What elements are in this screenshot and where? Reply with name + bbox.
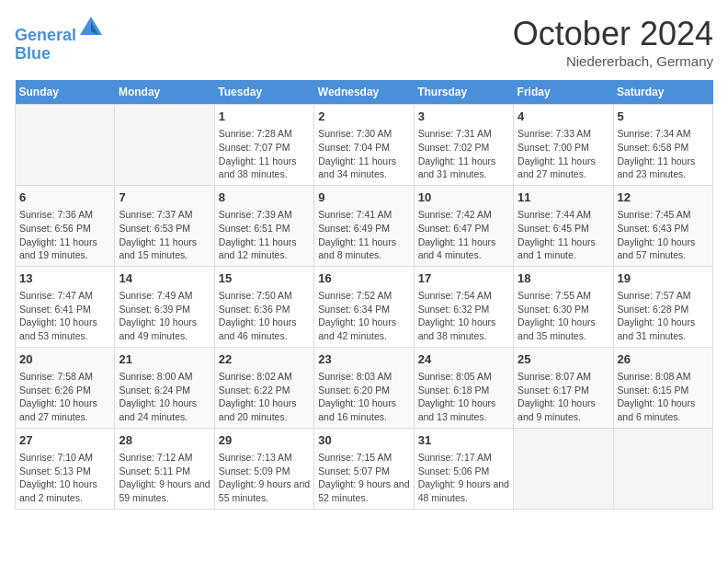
calendar-cell: 9Sunrise: 7:41 AM Sunset: 6:49 PM Daylig…: [314, 185, 414, 266]
day-info: Sunrise: 8:07 AM Sunset: 6:17 PM Dayligh…: [518, 370, 609, 424]
calendar-header: SundayMondayTuesdayWednesdayThursdayFrid…: [16, 80, 713, 105]
weekday-header: Monday: [115, 80, 214, 105]
calendar-week-row: 6Sunrise: 7:36 AM Sunset: 6:56 PM Daylig…: [16, 185, 713, 266]
logo-icon: [78, 15, 104, 40]
day-number: 22: [219, 351, 310, 368]
calendar-cell: 22Sunrise: 8:02 AM Sunset: 6:22 PM Dayli…: [214, 347, 313, 428]
day-info: Sunrise: 7:52 AM Sunset: 6:34 PM Dayligh…: [318, 289, 409, 343]
calendar-cell: [514, 428, 613, 509]
day-number: 26: [618, 351, 709, 368]
calendar-cell: 26Sunrise: 8:08 AM Sunset: 6:15 PM Dayli…: [613, 347, 712, 428]
page-header: General Blue October 2024 Niedererbach, …: [15, 15, 713, 69]
calendar-cell: 27Sunrise: 7:10 AM Sunset: 5:13 PM Dayli…: [16, 428, 115, 509]
day-info: Sunrise: 7:47 AM Sunset: 6:41 PM Dayligh…: [19, 289, 110, 343]
day-info: Sunrise: 7:15 AM Sunset: 5:07 PM Dayligh…: [318, 451, 409, 505]
calendar-cell: 25Sunrise: 8:07 AM Sunset: 6:17 PM Dayli…: [514, 347, 613, 428]
calendar-cell: 4Sunrise: 7:33 AM Sunset: 7:00 PM Daylig…: [514, 105, 613, 186]
day-info: Sunrise: 7:12 AM Sunset: 5:11 PM Dayligh…: [119, 451, 210, 505]
day-number: 6: [19, 190, 110, 206]
calendar-week-row: 20Sunrise: 7:58 AM Sunset: 6:26 PM Dayli…: [16, 347, 713, 428]
day-number: 31: [418, 432, 509, 449]
day-info: Sunrise: 8:08 AM Sunset: 6:15 PM Dayligh…: [618, 370, 709, 424]
month-title: October 2024: [513, 15, 713, 53]
calendar-cell: 2Sunrise: 7:30 AM Sunset: 7:04 PM Daylig…: [314, 105, 414, 186]
weekday-header: Tuesday: [214, 80, 313, 105]
calendar-cell: 31Sunrise: 7:17 AM Sunset: 5:06 PM Dayli…: [414, 428, 513, 509]
day-number: 29: [219, 432, 310, 449]
calendar-week-row: 13Sunrise: 7:47 AM Sunset: 6:41 PM Dayli…: [16, 266, 713, 347]
calendar-cell: 12Sunrise: 7:45 AM Sunset: 6:43 PM Dayli…: [613, 185, 712, 266]
weekday-header: Thursday: [414, 80, 513, 105]
day-info: Sunrise: 7:54 AM Sunset: 6:32 PM Dayligh…: [418, 289, 509, 343]
day-info: Sunrise: 7:31 AM Sunset: 7:02 PM Dayligh…: [418, 127, 509, 181]
day-number: 19: [618, 270, 709, 287]
calendar-cell: 11Sunrise: 7:44 AM Sunset: 6:45 PM Dayli…: [514, 185, 613, 266]
location: Niedererbach, Germany: [513, 53, 713, 69]
calendar-cell: 8Sunrise: 7:39 AM Sunset: 6:51 PM Daylig…: [214, 185, 313, 266]
logo-text: General: [15, 15, 104, 45]
calendar-cell: 13Sunrise: 7:47 AM Sunset: 6:41 PM Dayli…: [16, 266, 115, 347]
calendar-cell: 15Sunrise: 7:50 AM Sunset: 6:36 PM Dayli…: [214, 266, 313, 347]
day-number: 25: [518, 351, 609, 368]
day-number: 2: [318, 109, 409, 125]
calendar-cell: 21Sunrise: 8:00 AM Sunset: 6:24 PM Dayli…: [115, 347, 214, 428]
day-number: 5: [618, 109, 709, 125]
calendar-cell: 7Sunrise: 7:37 AM Sunset: 6:53 PM Daylig…: [115, 185, 214, 266]
day-number: 8: [219, 190, 310, 206]
day-info: Sunrise: 7:34 AM Sunset: 6:58 PM Dayligh…: [618, 127, 709, 181]
day-number: 16: [318, 270, 409, 287]
logo: General Blue: [15, 15, 104, 63]
calendar-cell: 30Sunrise: 7:15 AM Sunset: 5:07 PM Dayli…: [314, 428, 414, 509]
weekday-header-row: SundayMondayTuesdayWednesdayThursdayFrid…: [16, 80, 713, 105]
day-number: 23: [318, 351, 409, 368]
day-number: 28: [119, 432, 210, 449]
day-number: 17: [418, 270, 509, 287]
calendar-cell: 19Sunrise: 7:57 AM Sunset: 6:28 PM Dayli…: [613, 266, 712, 347]
day-number: 21: [119, 351, 210, 368]
day-number: 13: [19, 270, 110, 287]
calendar-cell: 16Sunrise: 7:52 AM Sunset: 6:34 PM Dayli…: [314, 266, 414, 347]
weekday-header: Saturday: [613, 80, 712, 105]
day-info: Sunrise: 7:58 AM Sunset: 6:26 PM Dayligh…: [19, 370, 110, 424]
day-info: Sunrise: 7:36 AM Sunset: 6:56 PM Dayligh…: [19, 208, 110, 262]
calendar-week-row: 1Sunrise: 7:28 AM Sunset: 7:07 PM Daylig…: [16, 105, 713, 186]
calendar-cell: 1Sunrise: 7:28 AM Sunset: 7:07 PM Daylig…: [214, 105, 313, 186]
day-info: Sunrise: 7:44 AM Sunset: 6:45 PM Dayligh…: [518, 208, 609, 262]
calendar-body: 1Sunrise: 7:28 AM Sunset: 7:07 PM Daylig…: [16, 105, 713, 510]
day-number: 11: [518, 190, 609, 206]
calendar-cell: 17Sunrise: 7:54 AM Sunset: 6:32 PM Dayli…: [414, 266, 513, 347]
day-info: Sunrise: 8:05 AM Sunset: 6:18 PM Dayligh…: [418, 370, 509, 424]
title-section: October 2024 Niedererbach, Germany: [513, 15, 713, 69]
calendar-cell: 5Sunrise: 7:34 AM Sunset: 6:58 PM Daylig…: [613, 105, 712, 186]
day-info: Sunrise: 7:30 AM Sunset: 7:04 PM Dayligh…: [318, 127, 409, 181]
day-info: Sunrise: 7:45 AM Sunset: 6:43 PM Dayligh…: [618, 208, 709, 262]
calendar-cell: 29Sunrise: 7:13 AM Sunset: 5:09 PM Dayli…: [214, 428, 313, 509]
calendar-cell: 6Sunrise: 7:36 AM Sunset: 6:56 PM Daylig…: [16, 185, 115, 266]
calendar-cell: 24Sunrise: 8:05 AM Sunset: 6:18 PM Dayli…: [414, 347, 513, 428]
day-info: Sunrise: 7:28 AM Sunset: 7:07 PM Dayligh…: [219, 127, 310, 181]
day-info: Sunrise: 8:03 AM Sunset: 6:20 PM Dayligh…: [318, 370, 409, 424]
calendar-cell: [613, 428, 712, 509]
logo-line2: Blue: [15, 45, 104, 63]
day-number: 1: [219, 109, 310, 125]
day-info: Sunrise: 7:17 AM Sunset: 5:06 PM Dayligh…: [418, 451, 509, 505]
day-number: 7: [119, 190, 210, 206]
day-number: 4: [518, 109, 609, 125]
day-number: 12: [618, 190, 709, 206]
day-info: Sunrise: 7:50 AM Sunset: 6:36 PM Dayligh…: [219, 289, 310, 343]
day-info: Sunrise: 7:49 AM Sunset: 6:39 PM Dayligh…: [119, 289, 210, 343]
logo-line1: General: [15, 26, 76, 44]
weekday-header: Sunday: [16, 80, 115, 105]
day-info: Sunrise: 8:00 AM Sunset: 6:24 PM Dayligh…: [119, 370, 210, 424]
calendar-cell: 18Sunrise: 7:55 AM Sunset: 6:30 PM Dayli…: [514, 266, 613, 347]
day-number: 10: [418, 190, 509, 206]
day-info: Sunrise: 7:37 AM Sunset: 6:53 PM Dayligh…: [119, 208, 210, 262]
day-info: Sunrise: 7:13 AM Sunset: 5:09 PM Dayligh…: [219, 451, 310, 505]
calendar-cell: 28Sunrise: 7:12 AM Sunset: 5:11 PM Dayli…: [115, 428, 214, 509]
day-number: 30: [318, 432, 409, 449]
day-number: 24: [418, 351, 509, 368]
day-number: 14: [119, 270, 210, 287]
calendar-table: SundayMondayTuesdayWednesdayThursdayFrid…: [15, 80, 713, 510]
day-number: 27: [19, 432, 110, 449]
day-info: Sunrise: 7:55 AM Sunset: 6:30 PM Dayligh…: [518, 289, 609, 343]
